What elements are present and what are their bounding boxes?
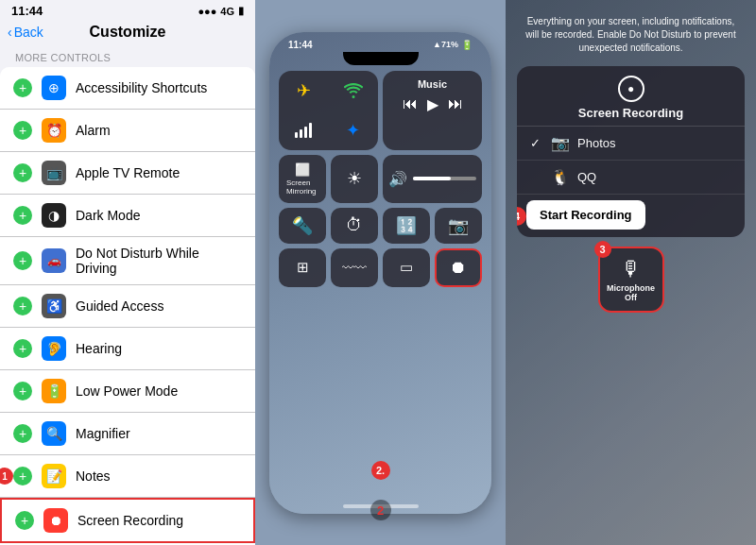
qr-tile[interactable]: ⊞ bbox=[279, 248, 326, 287]
dark-mode-icon: ◑ bbox=[42, 203, 66, 228]
svg-rect-0 bbox=[295, 132, 298, 138]
photos-label: Photos bbox=[577, 136, 731, 150]
right-panel: Everything on your screen, including not… bbox=[506, 0, 756, 545]
airplane-tile[interactable]: ✈ bbox=[279, 71, 329, 111]
add-icon: + bbox=[13, 424, 32, 443]
qq-icon: 🐧 bbox=[551, 168, 570, 186]
carrier-label: 4G bbox=[220, 6, 234, 17]
add-icon: + bbox=[13, 339, 32, 358]
back-label: Back bbox=[14, 25, 43, 40]
notes-icon: 📝 bbox=[42, 464, 66, 488]
iphone-frame: 11:44 ▲71% 🔋 ✈ ✦ Music bbox=[269, 32, 491, 514]
hearing-label: Hearing bbox=[76, 341, 242, 356]
list-item-notes[interactable]: + 📝 Notes 1 bbox=[0, 455, 255, 498]
hearing-icon: 🦻 bbox=[42, 336, 66, 361]
iphone-status-bar: 11:44 ▲71% 🔋 bbox=[269, 32, 491, 50]
soundwave-tile[interactable]: 〰〰 bbox=[331, 248, 378, 287]
magnifier-icon: 🔍 bbox=[42, 421, 66, 446]
timer-tile[interactable]: ⏱ bbox=[331, 208, 378, 244]
camera-tile[interactable]: 📷 bbox=[435, 208, 482, 244]
screen-recording-icon: ⏺ bbox=[43, 508, 68, 533]
guided-access-label: Guided Access bbox=[76, 298, 242, 314]
svg-rect-3 bbox=[309, 123, 312, 138]
low-power-icon: 🔋 bbox=[42, 379, 66, 403]
list-item-alarm[interactable]: + ⏰ Alarm bbox=[0, 110, 255, 152]
iphone-signal: ▲71% bbox=[433, 40, 458, 49]
list-container: + ⊕ Accessibility Shortcuts + ⏰ Alarm + … bbox=[0, 67, 255, 545]
badge-1: 1 bbox=[0, 468, 13, 485]
connectivity-group: ✈ ✦ bbox=[279, 71, 378, 150]
qq-label: QQ bbox=[577, 170, 731, 184]
play-icon[interactable]: ▶ bbox=[427, 95, 438, 113]
popup-item-qq[interactable]: ✓ 🐧 QQ bbox=[517, 161, 745, 195]
section-label: MORE CONTROLS bbox=[0, 46, 255, 67]
notes-label: Notes bbox=[76, 468, 242, 484]
add-icon: + bbox=[15, 511, 34, 530]
popup-item-photos[interactable]: ✓ 📷 Photos bbox=[517, 127, 745, 161]
add-icon: + bbox=[13, 121, 32, 140]
screen-mirroring-label: Screen Mirroring bbox=[286, 179, 318, 196]
flashlight-tile[interactable]: 🔦 bbox=[279, 208, 326, 244]
screen-recording-label: Screen Recording bbox=[77, 513, 240, 528]
screen-mirroring-icon: ⬜ bbox=[295, 162, 310, 177]
screen-recording-description: Everything on your screen, including not… bbox=[517, 15, 745, 55]
cellular-tile[interactable] bbox=[279, 111, 329, 150]
list-item-hearing[interactable]: + 🦻 Hearing bbox=[0, 328, 255, 370]
screen-mirroring-tile[interactable]: ⬜ Screen Mirroring bbox=[279, 155, 326, 203]
list-item-magnifier[interactable]: + 🔍 Magnifier bbox=[0, 413, 255, 455]
status-icons: ●●● 4G ▮ bbox=[198, 5, 244, 17]
music-controls: ⏮ ▶ ⏭ bbox=[390, 95, 474, 113]
accessibility-icon: ⊕ bbox=[42, 76, 66, 100]
chevron-left-icon: ‹ bbox=[8, 25, 12, 40]
calculator-tile[interactable]: 🔢 bbox=[383, 208, 430, 244]
iphone-notch bbox=[343, 52, 419, 65]
magnifier-label: Magnifier bbox=[76, 426, 242, 441]
list-item-do-not-disturb[interactable]: + 🚗 Do Not Disturb While Driving bbox=[0, 237, 255, 285]
volume-icon: 🔊 bbox=[388, 170, 407, 188]
skip-back-icon[interactable]: ⏮ bbox=[403, 95, 418, 112]
svg-rect-2 bbox=[304, 127, 307, 138]
microphone-label: Microphone Off bbox=[607, 284, 655, 303]
microphone-button[interactable]: 🎙 Microphone Off bbox=[598, 247, 664, 313]
list-item-accessibility[interactable]: + ⊕ Accessibility Shortcuts bbox=[0, 67, 255, 110]
page-title: Customize bbox=[90, 24, 166, 41]
nfc-tile[interactable]: ▭ bbox=[383, 248, 430, 287]
add-icon: + bbox=[13, 297, 32, 315]
popup-title: Screen Recording bbox=[578, 106, 683, 120]
dnd-label: Do Not Disturb While Driving bbox=[76, 246, 242, 276]
add-icon: + bbox=[13, 206, 32, 225]
alarm-label: Alarm bbox=[76, 123, 242, 138]
brightness-tile[interactable]: ☀ bbox=[331, 155, 378, 203]
bluetooth-tile[interactable]: ✦ bbox=[329, 111, 379, 150]
dnd-icon: 🚗 bbox=[42, 248, 66, 273]
badge-3: 3 bbox=[594, 241, 611, 258]
right-content: Everything on your screen, including not… bbox=[506, 0, 756, 322]
low-power-label: Low Power Mode bbox=[76, 383, 242, 399]
back-button[interactable]: ‹ Back bbox=[8, 25, 43, 40]
badge-4: 4 bbox=[517, 207, 526, 226]
screen-record-tile[interactable]: ⏺ bbox=[435, 248, 482, 287]
apple-tv-icon: 📺 bbox=[42, 161, 66, 185]
list-item-low-power[interactable]: + 🔋 Low Power Mode bbox=[0, 370, 255, 413]
list-item-screen-recording[interactable]: + ⏺ Screen Recording bbox=[0, 498, 255, 543]
music-tile[interactable]: Music ⏮ ▶ ⏭ bbox=[383, 71, 482, 150]
badge-2: 2. bbox=[371, 461, 390, 480]
list-item-apple-tv-remote[interactable]: + 📺 Apple TV Remote bbox=[0, 152, 255, 195]
middle-panel: 11:44 ▲71% 🔋 ✈ ✦ Music bbox=[255, 0, 506, 545]
svg-rect-1 bbox=[300, 129, 302, 138]
start-recording-button[interactable]: Start Recording bbox=[526, 200, 645, 230]
status-bar: 11:44 ●●● 4G ▮ bbox=[0, 0, 255, 20]
microphone-section: 3 🎙 Microphone Off bbox=[517, 247, 745, 313]
list-item-guided-access[interactable]: + ♿ Guided Access bbox=[0, 285, 255, 328]
music-title: Music bbox=[390, 78, 474, 90]
recording-circle-icon: ● bbox=[618, 76, 644, 102]
volume-tile[interactable]: 🔊 bbox=[383, 155, 482, 203]
skip-forward-icon[interactable]: ⏭ bbox=[448, 95, 463, 112]
accessibility-label: Accessibility Shortcuts bbox=[76, 80, 242, 95]
list-item-dark-mode[interactable]: + ◑ Dark Mode bbox=[0, 195, 255, 237]
status-time: 11:44 bbox=[11, 4, 43, 18]
wifi-tile[interactable] bbox=[329, 71, 379, 111]
control-center-grid: ✈ ✦ Music ⏮ ▶ ⏭ ⬜ Sc bbox=[269, 65, 491, 293]
add-icon: + bbox=[13, 78, 32, 97]
microphone-icon: 🎙 bbox=[621, 257, 642, 281]
